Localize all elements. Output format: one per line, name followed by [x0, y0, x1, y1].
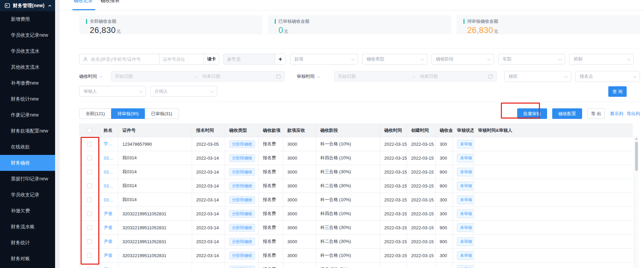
scroll-up-icon[interactable] [635, 138, 638, 140]
select-all-checkbox[interactable] [87, 128, 92, 133]
select-class-system[interactable]: 班制 [569, 54, 634, 65]
sidebar-item[interactable]: 在线收款 [0, 139, 55, 155]
row-checkbox[interactable] [87, 239, 92, 244]
table-scrollbar[interactable] [634, 136, 639, 268]
cell-confirm_date: 2022-03-15 [380, 193, 407, 207]
select-registration-point[interactable]: 报名点 [575, 71, 640, 82]
student-name-link[interactable]: 学员1... [104, 141, 114, 147]
status-tab[interactable]: 已审核(31) [145, 108, 179, 119]
sidebar-item[interactable]: 其他收支流水 [0, 59, 55, 75]
search-button[interactable]: 查 询 [608, 86, 627, 97]
row-checkbox[interactable] [87, 156, 92, 160]
student-name-link[interactable]: 尹俊 [104, 211, 113, 217]
cell-reviewer [474, 137, 633, 151]
student-name-link[interactable]: 尹俊 [104, 225, 113, 231]
select-reviewer[interactable]: 审核人 [79, 86, 146, 97]
student-name-link[interactable]: 031... [104, 169, 114, 175]
add-student-button[interactable]: + [275, 54, 286, 64]
tab-confirm-report[interactable]: 确收报表 [101, 0, 120, 11]
scroll-thumb[interactable] [635, 142, 638, 171]
sidebar-item[interactable]: 票据打印记录new [0, 171, 55, 187]
card-accent-bar [463, 19, 464, 24]
sidebar-header[interactable]: 财务管理(new) [0, 0, 55, 11]
sidebar-item[interactable]: 学员收支记录new [0, 27, 55, 43]
sidebar-item[interactable]: 财务统计new [0, 91, 55, 107]
sidebar-item[interactable]: 财务确收 [0, 155, 55, 171]
card-amount: 0 [278, 25, 283, 35]
export-columns-link[interactable]: 导出列 [627, 111, 640, 117]
row-checkbox[interactable] [87, 253, 92, 258]
row-checkbox[interactable] [87, 169, 92, 174]
sidebar-item[interactable]: 财务对账 [0, 251, 55, 267]
column-header: 审核状态 [453, 124, 474, 137]
student-name-link[interactable]: 031... [104, 197, 114, 202]
row-checkbox[interactable] [87, 183, 92, 188]
cell-reg_date: 2022-03-14 [192, 193, 225, 207]
select-introducer[interactable]: 介绍人 [150, 86, 217, 97]
cell-amount: 900 [436, 221, 453, 235]
row-checkbox[interactable] [87, 142, 92, 146]
confirm-time-dropdown[interactable]: 确收时间 [79, 73, 111, 79]
sidebar-item[interactable]: 新增费用 [0, 11, 55, 27]
header-checkbox-cell [80, 124, 100, 137]
status-tab-group: 全部(121)待审核(90)已审核(31) [79, 108, 179, 119]
export-button[interactable]: 导 出 [587, 108, 605, 119]
sidebar-item[interactable]: 学员收支记录 [0, 187, 55, 203]
select-vehicle-type[interactable]: 车型 [498, 54, 565, 65]
student-name-link[interactable]: 尹俊 [104, 252, 113, 258]
select-campus[interactable]: 校区 [504, 71, 571, 82]
cell-confirm_date: 2022-03-15 [380, 151, 407, 165]
student-name-link[interactable]: 031... [104, 156, 114, 161]
sidebar-item[interactable]: 财务统计 [0, 235, 55, 251]
row-checkbox-cell [80, 221, 100, 235]
multi-student-input[interactable] [224, 54, 275, 64]
sidebar-item[interactable]: 补缴欠费 [0, 203, 55, 219]
cell-id: 320322199511052831 [118, 249, 192, 263]
sidebar-title: 财务管理(new) [13, 3, 48, 9]
sidebar-item[interactable]: 补考缴费new [0, 75, 55, 91]
table-row: 尹俊3203221995110528312022-03-14分阶段确收报名费30… [80, 207, 632, 221]
id-suffix-input[interactable] [159, 54, 204, 64]
row-checkbox[interactable] [87, 225, 92, 230]
student-name-link[interactable]: 031... [104, 183, 114, 189]
column-header: 确收金额 [436, 124, 453, 137]
sidebar-item[interactable]: 作废记录new [0, 107, 55, 123]
card-label: 已审核确收金额 [275, 18, 451, 24]
show-columns-link[interactable]: 展示列 [610, 111, 623, 117]
student-name-link[interactable]: 纪满意 [104, 266, 114, 268]
select-confirm-stage[interactable]: 确收阶段 [431, 54, 494, 65]
cell-created: 2022-03-15 10:18 [407, 221, 436, 235]
confirm-config-button[interactable]: 确收配置 [552, 108, 582, 119]
collapse-chevron-up-icon[interactable] [48, 4, 52, 7]
sidebar-item[interactable]: 学员收支流水 [0, 43, 55, 59]
review-time-dropdown[interactable]: 审核时间 [297, 73, 329, 79]
status-tab[interactable]: 待审核(90) [111, 108, 145, 119]
confirm-type-tag: 分阶段确收 [229, 140, 255, 148]
row-checkbox[interactable] [87, 197, 92, 202]
row-checkbox[interactable] [87, 211, 92, 216]
student-name-link[interactable]: 尹俊 [104, 238, 113, 245]
chevron-down-icon [421, 57, 424, 60]
cell-type: 分阶段确收 [225, 137, 259, 151]
read-card-button[interactable]: 读卡 [204, 54, 219, 64]
cell-amount_due: 3000 [283, 193, 316, 207]
list-section: 全部(121)待审核(90)已审核(31) 批量审核 确收配置 导 出 展示列 … [79, 102, 640, 119]
sidebar-item[interactable]: 财务款项配置new [0, 123, 55, 139]
confirm-time-range[interactable]: 开始日期 → 结束日期 [111, 71, 285, 82]
chevron-down-icon [139, 89, 143, 93]
cell-type: 分阶段确收 [225, 207, 259, 221]
select-confirm-type[interactable]: 确收类型 [362, 54, 427, 65]
review-time-range[interactable]: 开始日期 → 结束日期 [334, 71, 497, 82]
select-payment-item[interactable]: 款项 [290, 54, 358, 65]
cell-reg_date: 2022-03-14 [192, 151, 225, 165]
column-header: 确收时间 [380, 124, 407, 137]
cell-item: 报名费 [259, 137, 283, 151]
card-label: 待审核确收金额 [463, 18, 640, 24]
sidebar-item[interactable]: 财务流水账 [0, 219, 55, 235]
finance-module-icon [5, 3, 10, 8]
status-tab[interactable]: 全部(121) [79, 108, 111, 119]
date-start-placeholder: 开始日期 [338, 73, 406, 79]
name-search-input[interactable] [88, 54, 159, 64]
batch-review-button[interactable]: 批量审核 [517, 108, 547, 119]
row-checkbox-cell [80, 207, 100, 221]
